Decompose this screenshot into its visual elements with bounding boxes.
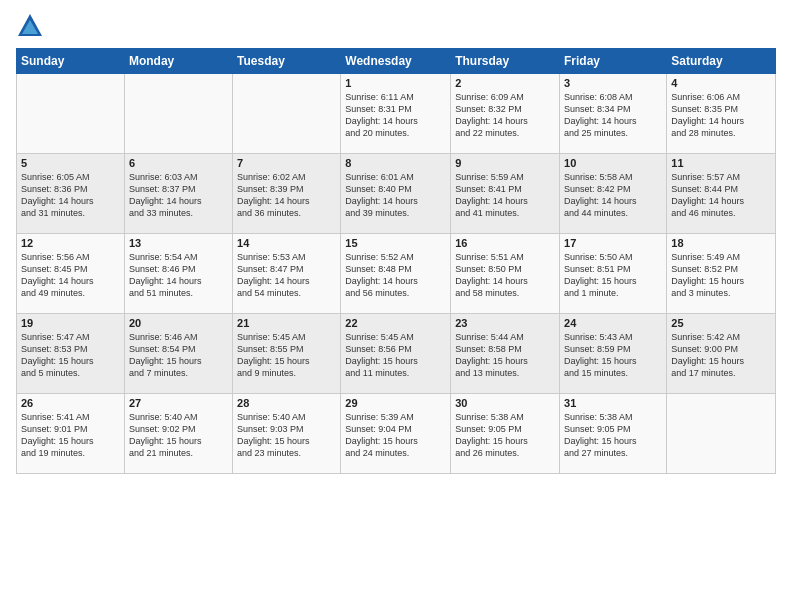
- calendar-cell: 30Sunrise: 5:38 AM Sunset: 9:05 PM Dayli…: [451, 394, 560, 474]
- calendar-cell: 18Sunrise: 5:49 AM Sunset: 8:52 PM Dayli…: [667, 234, 776, 314]
- calendar-table: SundayMondayTuesdayWednesdayThursdayFrid…: [16, 48, 776, 474]
- day-number: 20: [129, 317, 228, 329]
- calendar-cell: 5Sunrise: 6:05 AM Sunset: 8:36 PM Daylig…: [17, 154, 125, 234]
- weekday-header-wednesday: Wednesday: [341, 49, 451, 74]
- day-info: Sunrise: 5:39 AM Sunset: 9:04 PM Dayligh…: [345, 411, 446, 460]
- weekday-header-friday: Friday: [560, 49, 667, 74]
- header: [16, 12, 776, 40]
- calendar-cell: 6Sunrise: 6:03 AM Sunset: 8:37 PM Daylig…: [124, 154, 232, 234]
- calendar-week-1: 1Sunrise: 6:11 AM Sunset: 8:31 PM Daylig…: [17, 74, 776, 154]
- calendar-week-4: 19Sunrise: 5:47 AM Sunset: 8:53 PM Dayli…: [17, 314, 776, 394]
- calendar-cell: 22Sunrise: 5:45 AM Sunset: 8:56 PM Dayli…: [341, 314, 451, 394]
- calendar-body: 1Sunrise: 6:11 AM Sunset: 8:31 PM Daylig…: [17, 74, 776, 474]
- day-info: Sunrise: 5:45 AM Sunset: 8:56 PM Dayligh…: [345, 331, 446, 380]
- calendar-cell: 7Sunrise: 6:02 AM Sunset: 8:39 PM Daylig…: [233, 154, 341, 234]
- calendar-cell: 23Sunrise: 5:44 AM Sunset: 8:58 PM Dayli…: [451, 314, 560, 394]
- day-info: Sunrise: 6:11 AM Sunset: 8:31 PM Dayligh…: [345, 91, 446, 140]
- calendar-cell: 25Sunrise: 5:42 AM Sunset: 9:00 PM Dayli…: [667, 314, 776, 394]
- day-info: Sunrise: 5:38 AM Sunset: 9:05 PM Dayligh…: [564, 411, 662, 460]
- day-info: Sunrise: 5:40 AM Sunset: 9:03 PM Dayligh…: [237, 411, 336, 460]
- page: SundayMondayTuesdayWednesdayThursdayFrid…: [0, 0, 792, 486]
- day-info: Sunrise: 5:53 AM Sunset: 8:47 PM Dayligh…: [237, 251, 336, 300]
- calendar-week-5: 26Sunrise: 5:41 AM Sunset: 9:01 PM Dayli…: [17, 394, 776, 474]
- day-info: Sunrise: 5:52 AM Sunset: 8:48 PM Dayligh…: [345, 251, 446, 300]
- day-number: 19: [21, 317, 120, 329]
- day-number: 23: [455, 317, 555, 329]
- day-info: Sunrise: 5:56 AM Sunset: 8:45 PM Dayligh…: [21, 251, 120, 300]
- day-number: 24: [564, 317, 662, 329]
- weekday-header-thursday: Thursday: [451, 49, 560, 74]
- day-number: 3: [564, 77, 662, 89]
- day-number: 6: [129, 157, 228, 169]
- logo: [16, 12, 48, 40]
- calendar-cell: [124, 74, 232, 154]
- day-number: 25: [671, 317, 771, 329]
- day-info: Sunrise: 6:09 AM Sunset: 8:32 PM Dayligh…: [455, 91, 555, 140]
- day-info: Sunrise: 5:43 AM Sunset: 8:59 PM Dayligh…: [564, 331, 662, 380]
- day-info: Sunrise: 5:47 AM Sunset: 8:53 PM Dayligh…: [21, 331, 120, 380]
- day-number: 2: [455, 77, 555, 89]
- day-number: 5: [21, 157, 120, 169]
- day-info: Sunrise: 5:50 AM Sunset: 8:51 PM Dayligh…: [564, 251, 662, 300]
- calendar-cell: 31Sunrise: 5:38 AM Sunset: 9:05 PM Dayli…: [560, 394, 667, 474]
- calendar-cell: 13Sunrise: 5:54 AM Sunset: 8:46 PM Dayli…: [124, 234, 232, 314]
- day-number: 1: [345, 77, 446, 89]
- day-info: Sunrise: 5:58 AM Sunset: 8:42 PM Dayligh…: [564, 171, 662, 220]
- day-info: Sunrise: 6:02 AM Sunset: 8:39 PM Dayligh…: [237, 171, 336, 220]
- calendar-cell: 2Sunrise: 6:09 AM Sunset: 8:32 PM Daylig…: [451, 74, 560, 154]
- calendar-header: SundayMondayTuesdayWednesdayThursdayFrid…: [17, 49, 776, 74]
- calendar-cell: 17Sunrise: 5:50 AM Sunset: 8:51 PM Dayli…: [560, 234, 667, 314]
- calendar-cell: 16Sunrise: 5:51 AM Sunset: 8:50 PM Dayli…: [451, 234, 560, 314]
- day-info: Sunrise: 5:49 AM Sunset: 8:52 PM Dayligh…: [671, 251, 771, 300]
- calendar-cell: [233, 74, 341, 154]
- day-number: 9: [455, 157, 555, 169]
- day-number: 29: [345, 397, 446, 409]
- calendar-cell: 24Sunrise: 5:43 AM Sunset: 8:59 PM Dayli…: [560, 314, 667, 394]
- day-number: 27: [129, 397, 228, 409]
- day-info: Sunrise: 5:41 AM Sunset: 9:01 PM Dayligh…: [21, 411, 120, 460]
- calendar-cell: 12Sunrise: 5:56 AM Sunset: 8:45 PM Dayli…: [17, 234, 125, 314]
- day-info: Sunrise: 6:01 AM Sunset: 8:40 PM Dayligh…: [345, 171, 446, 220]
- weekday-header-tuesday: Tuesday: [233, 49, 341, 74]
- day-info: Sunrise: 5:59 AM Sunset: 8:41 PM Dayligh…: [455, 171, 555, 220]
- day-number: 8: [345, 157, 446, 169]
- day-number: 14: [237, 237, 336, 249]
- day-number: 18: [671, 237, 771, 249]
- calendar-cell: [17, 74, 125, 154]
- day-info: Sunrise: 5:45 AM Sunset: 8:55 PM Dayligh…: [237, 331, 336, 380]
- calendar-cell: 28Sunrise: 5:40 AM Sunset: 9:03 PM Dayli…: [233, 394, 341, 474]
- logo-icon: [16, 12, 44, 40]
- calendar-cell: 21Sunrise: 5:45 AM Sunset: 8:55 PM Dayli…: [233, 314, 341, 394]
- day-number: 15: [345, 237, 446, 249]
- day-number: 7: [237, 157, 336, 169]
- day-number: 21: [237, 317, 336, 329]
- day-number: 11: [671, 157, 771, 169]
- weekday-row: SundayMondayTuesdayWednesdayThursdayFrid…: [17, 49, 776, 74]
- calendar-cell: 19Sunrise: 5:47 AM Sunset: 8:53 PM Dayli…: [17, 314, 125, 394]
- calendar-cell: 29Sunrise: 5:39 AM Sunset: 9:04 PM Dayli…: [341, 394, 451, 474]
- calendar-cell: 15Sunrise: 5:52 AM Sunset: 8:48 PM Dayli…: [341, 234, 451, 314]
- day-number: 13: [129, 237, 228, 249]
- calendar-cell: 11Sunrise: 5:57 AM Sunset: 8:44 PM Dayli…: [667, 154, 776, 234]
- calendar-cell: 20Sunrise: 5:46 AM Sunset: 8:54 PM Dayli…: [124, 314, 232, 394]
- day-number: 10: [564, 157, 662, 169]
- day-number: 28: [237, 397, 336, 409]
- day-info: Sunrise: 6:06 AM Sunset: 8:35 PM Dayligh…: [671, 91, 771, 140]
- day-info: Sunrise: 5:54 AM Sunset: 8:46 PM Dayligh…: [129, 251, 228, 300]
- weekday-header-monday: Monday: [124, 49, 232, 74]
- calendar-cell: 10Sunrise: 5:58 AM Sunset: 8:42 PM Dayli…: [560, 154, 667, 234]
- calendar-cell: 26Sunrise: 5:41 AM Sunset: 9:01 PM Dayli…: [17, 394, 125, 474]
- calendar-cell: 14Sunrise: 5:53 AM Sunset: 8:47 PM Dayli…: [233, 234, 341, 314]
- day-number: 16: [455, 237, 555, 249]
- day-info: Sunrise: 5:51 AM Sunset: 8:50 PM Dayligh…: [455, 251, 555, 300]
- day-info: Sunrise: 5:57 AM Sunset: 8:44 PM Dayligh…: [671, 171, 771, 220]
- calendar-cell: 1Sunrise: 6:11 AM Sunset: 8:31 PM Daylig…: [341, 74, 451, 154]
- calendar-cell: 9Sunrise: 5:59 AM Sunset: 8:41 PM Daylig…: [451, 154, 560, 234]
- day-number: 30: [455, 397, 555, 409]
- calendar-cell: [667, 394, 776, 474]
- day-info: Sunrise: 6:08 AM Sunset: 8:34 PM Dayligh…: [564, 91, 662, 140]
- day-number: 12: [21, 237, 120, 249]
- day-info: Sunrise: 5:46 AM Sunset: 8:54 PM Dayligh…: [129, 331, 228, 380]
- calendar-week-2: 5Sunrise: 6:05 AM Sunset: 8:36 PM Daylig…: [17, 154, 776, 234]
- day-number: 17: [564, 237, 662, 249]
